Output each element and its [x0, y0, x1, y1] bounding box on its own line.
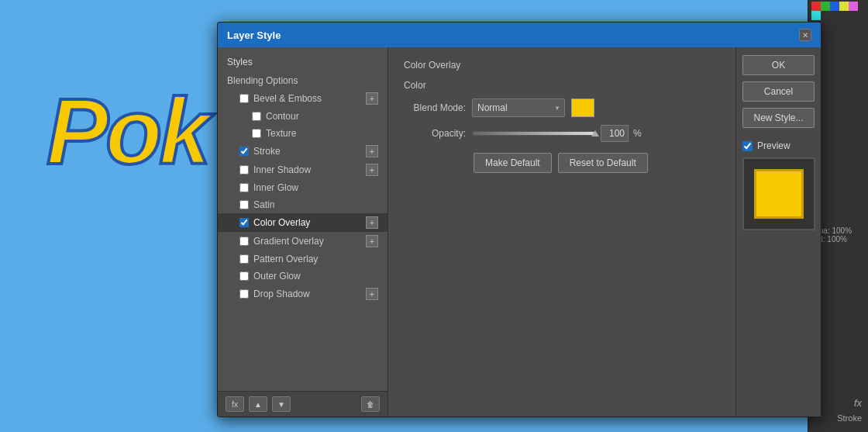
- percent-label: %: [633, 128, 642, 139]
- ok-button[interactable]: OK: [742, 55, 815, 75]
- style-item-inner-shadow[interactable]: Inner Shadow +: [218, 161, 388, 179]
- color-overlay-label: Color Overlay: [253, 217, 310, 228]
- cancel-button[interactable]: Cancel: [742, 81, 815, 102]
- color-overlay-section: Color Overlay Color Blend Mode: Normal D…: [388, 47, 735, 416]
- color-swatches-row: [808, 0, 868, 22]
- bevel-checkbox[interactable]: [239, 94, 249, 103]
- drop-shadow-checkbox[interactable]: [239, 289, 249, 299]
- drop-shadow-add-button[interactable]: +: [366, 288, 378, 300]
- close-dialog-button[interactable]: ✕: [799, 29, 811, 41]
- style-item-outer-glow[interactable]: Outer Glow: [218, 268, 388, 285]
- bevel-add-button[interactable]: +: [366, 92, 378, 105]
- preview-box: [742, 157, 815, 230]
- action-buttons-row: Make Default Reset to Default: [474, 153, 720, 173]
- outer-glow-checkbox[interactable]: [239, 271, 249, 281]
- gradient-overlay-add-button[interactable]: +: [366, 235, 378, 247]
- style-item-pattern-overlay[interactable]: Pattern Overlay: [218, 251, 388, 268]
- move-down-button[interactable]: ▼: [272, 396, 291, 412]
- satin-checkbox[interactable]: [239, 200, 249, 209]
- new-style-button[interactable]: New Style...: [742, 108, 815, 128]
- dialog-title: Layer Style: [227, 29, 281, 41]
- color-overlay-add-button[interactable]: +: [366, 216, 378, 229]
- layer-style-dialog: Layer Style ✕ Styles Blending Options Be…: [217, 22, 822, 417]
- bevel-label: Bevel & Emboss: [253, 93, 322, 104]
- opacity-slider[interactable]: [472, 131, 596, 136]
- contour-checkbox[interactable]: [252, 112, 261, 121]
- preview-label: Preview: [757, 140, 790, 151]
- styles-toolbar: fx ▲ ▼ 🗑: [218, 391, 388, 416]
- stroke-add-button[interactable]: +: [366, 145, 378, 157]
- blending-options-item[interactable]: Blending Options: [218, 72, 388, 89]
- inner-glow-label: Inner Glow: [253, 182, 298, 193]
- swatch-green[interactable]: [821, 2, 830, 11]
- pattern-overlay-checkbox[interactable]: [239, 254, 249, 264]
- inner-shadow-add-button[interactable]: +: [366, 164, 378, 176]
- swatch-cyan[interactable]: [811, 11, 821, 20]
- blend-mode-select[interactable]: Normal Dissolve Multiply Screen Overlay: [472, 98, 565, 117]
- delete-style-button[interactable]: 🗑: [361, 396, 380, 412]
- gradient-overlay-checkbox[interactable]: [239, 237, 249, 246]
- dialog-body: Styles Blending Options Bevel & Emboss +…: [218, 47, 821, 416]
- inner-shadow-checkbox[interactable]: [239, 165, 249, 175]
- stroke-checkbox[interactable]: [239, 147, 249, 156]
- preview-checkbox[interactable]: [742, 141, 753, 151]
- style-item-texture[interactable]: Texture: [218, 125, 388, 142]
- texture-checkbox[interactable]: [252, 129, 261, 138]
- drop-shadow-label: Drop Shadow: [253, 289, 310, 299]
- section-title: Color Overlay: [404, 60, 720, 71]
- swatch-yellow[interactable]: [839, 2, 849, 11]
- satin-label: Satin: [253, 199, 274, 210]
- styles-list: Styles Blending Options Bevel & Emboss +…: [218, 47, 388, 391]
- style-item-bevel[interactable]: Bevel & Emboss +: [218, 89, 388, 108]
- gradient-overlay-label: Gradient Overlay: [253, 236, 324, 247]
- color-swatch-preview[interactable]: [571, 98, 594, 117]
- contour-label: Contour: [266, 111, 299, 122]
- preview-checkbox-row: Preview: [742, 140, 790, 151]
- dialog-titlebar: Layer Style ✕: [218, 22, 821, 47]
- swatch-red[interactable]: [811, 2, 821, 11]
- blend-mode-row: Blend Mode: Normal Dissolve Multiply Scr…: [404, 98, 720, 117]
- blend-mode-select-wrapper: Normal Dissolve Multiply Screen Overlay …: [472, 98, 565, 117]
- make-default-button[interactable]: Make Default: [474, 153, 552, 173]
- preview-inner-swatch: [754, 169, 804, 219]
- stroke-label: Stroke: [837, 413, 862, 423]
- blend-mode-label: Blend Mode:: [404, 102, 466, 113]
- move-up-button[interactable]: ▲: [249, 396, 267, 412]
- styles-panel: Styles Blending Options Bevel & Emboss +…: [218, 47, 388, 416]
- style-item-drop-shadow[interactable]: Drop Shadow +: [218, 285, 388, 303]
- opacity-handle: [591, 130, 599, 137]
- fx-icon: fx: [854, 397, 862, 409]
- styles-header-item[interactable]: Styles: [218, 52, 388, 72]
- style-item-gradient-overlay[interactable]: Gradient Overlay +: [218, 232, 388, 251]
- outer-glow-label: Outer Glow: [253, 271, 301, 282]
- reset-to-default-button[interactable]: Reset to Default: [558, 153, 648, 173]
- style-item-color-overlay[interactable]: Color Overlay +: [218, 213, 388, 232]
- stroke-label: Stroke: [253, 146, 281, 157]
- fx-toolbar-button[interactable]: fx: [226, 396, 244, 412]
- opacity-row: Opacity: %: [404, 125, 720, 142]
- texture-label: Texture: [266, 128, 296, 139]
- opacity-input[interactable]: [601, 125, 629, 142]
- style-item-stroke[interactable]: Stroke +: [218, 142, 388, 161]
- opacity-label: Opacity:: [404, 128, 466, 139]
- action-panel: OK Cancel New Style... Preview: [735, 47, 821, 416]
- swatch-blue[interactable]: [830, 2, 839, 11]
- opacity-slider-container: %: [472, 125, 642, 142]
- style-item-contour[interactable]: Contour: [218, 108, 388, 125]
- color-overlay-checkbox[interactable]: [239, 218, 249, 227]
- style-item-inner-glow[interactable]: Inner Glow: [218, 179, 388, 196]
- color-section-label: Color: [404, 80, 720, 91]
- main-content-area: Color Overlay Color Blend Mode: Normal D…: [388, 47, 735, 416]
- inner-shadow-label: Inner Shadow: [253, 164, 311, 175]
- pokemon-logo-text: Pok: [46, 78, 208, 185]
- swatch-magenta[interactable]: [849, 2, 858, 11]
- inner-glow-checkbox[interactable]: [239, 183, 249, 192]
- style-item-satin[interactable]: Satin: [218, 196, 388, 213]
- pattern-overlay-label: Pattern Overlay: [253, 254, 318, 264]
- preview-section: Preview: [742, 140, 815, 230]
